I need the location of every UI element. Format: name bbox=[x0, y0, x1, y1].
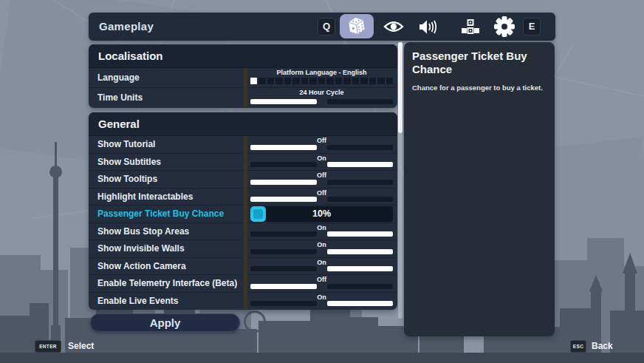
settings-row[interactable]: LanguagePlatform Language - English bbox=[89, 68, 397, 87]
settings-row[interactable]: Show TutorialOff bbox=[89, 136, 397, 153]
setting-control: On bbox=[250, 293, 393, 310]
setting-value: Off bbox=[250, 276, 393, 283]
tab-gameplay[interactable] bbox=[340, 14, 374, 38]
setting-control: On bbox=[250, 223, 393, 240]
toggle-left-option[interactable] bbox=[250, 301, 317, 306]
toggle-right-option[interactable] bbox=[327, 162, 393, 167]
settings-row[interactable]: Show Invisible WallsOn bbox=[89, 240, 397, 257]
section-title: Localisation bbox=[89, 44, 397, 68]
segment[interactable] bbox=[343, 78, 350, 84]
settings-row[interactable]: Show TooltipsOff bbox=[89, 170, 397, 188]
settings-row[interactable]: Enable Live EventsOn bbox=[89, 292, 397, 310]
tab-interface[interactable] bbox=[458, 18, 483, 35]
toggle-left-option[interactable] bbox=[250, 231, 317, 237]
segment[interactable] bbox=[386, 78, 393, 84]
setting-value: Off bbox=[250, 189, 393, 197]
setting-value: Off bbox=[250, 137, 393, 144]
detail-panel: Passenger Ticket Buy Chance Chance for a… bbox=[404, 42, 555, 336]
eye-icon bbox=[383, 20, 404, 33]
building-silhouette bbox=[349, 317, 378, 353]
setting-label: Show Action Camera bbox=[97, 258, 186, 275]
setting-control: On bbox=[250, 154, 393, 171]
section-title: General bbox=[89, 112, 397, 136]
toggle-left-option[interactable] bbox=[250, 145, 317, 150]
segment[interactable] bbox=[369, 78, 376, 84]
toggle-right-option[interactable] bbox=[327, 301, 393, 306]
settings-row[interactable]: Highlight InteractablesOff bbox=[89, 188, 397, 206]
setting-control: Off bbox=[250, 136, 393, 153]
slider-handle-inner bbox=[253, 209, 263, 219]
segment[interactable] bbox=[318, 78, 325, 84]
segment[interactable] bbox=[258, 78, 265, 84]
setting-label: Show Subtitles bbox=[97, 154, 161, 171]
setting-label: Passenger Ticket Buy Chance bbox=[97, 206, 224, 223]
slider-value: 10% bbox=[250, 206, 393, 222]
settings-row[interactable]: Show SubtitlesOn bbox=[89, 153, 397, 171]
settings-row[interactable]: Time Units24 Hour Cycle bbox=[89, 87, 397, 107]
dice-icon bbox=[347, 16, 366, 36]
setting-value: On bbox=[250, 155, 393, 162]
setting-label: Time Units bbox=[97, 88, 143, 107]
segment[interactable] bbox=[377, 78, 384, 84]
scrollbar-thumb[interactable] bbox=[398, 42, 402, 133]
segment[interactable] bbox=[301, 78, 308, 84]
toggle-left-option[interactable] bbox=[250, 162, 317, 167]
detail-description: Chance for a passenger to buy a ticket. bbox=[412, 83, 547, 92]
segment-track[interactable] bbox=[250, 78, 393, 84]
tab-audio[interactable] bbox=[416, 18, 441, 35]
setting-value: On bbox=[250, 259, 393, 266]
segment[interactable] bbox=[284, 78, 291, 84]
segment[interactable] bbox=[250, 78, 257, 84]
next-tab-key-badge[interactable]: E bbox=[523, 18, 541, 35]
setting-value: On bbox=[250, 224, 393, 231]
prev-tab-key-badge[interactable]: Q bbox=[318, 18, 335, 35]
settings-scrollbar[interactable] bbox=[398, 42, 402, 319]
setting-control: Off bbox=[250, 275, 393, 292]
blocks-icon bbox=[461, 19, 480, 35]
toggle-right-option[interactable] bbox=[327, 197, 393, 202]
segment[interactable] bbox=[360, 78, 367, 84]
setting-label: Highlight Interactables bbox=[97, 189, 193, 206]
segment[interactable] bbox=[352, 78, 359, 84]
toggle-left-option[interactable] bbox=[250, 197, 317, 202]
tab-visibility[interactable] bbox=[381, 18, 406, 35]
settings-row[interactable]: Passenger Ticket Buy Chance10% bbox=[89, 205, 397, 223]
tab-system[interactable] bbox=[492, 18, 517, 35]
gear-icon bbox=[494, 16, 515, 37]
setting-control: Platform Language - English bbox=[250, 68, 393, 87]
toggle-right-option[interactable] bbox=[327, 231, 393, 237]
setting-control: 24 Hour Cycle bbox=[250, 88, 393, 107]
back-hint-label: Back bbox=[592, 340, 613, 353]
segment[interactable] bbox=[335, 78, 342, 84]
setting-value: Off bbox=[250, 172, 393, 179]
toggle-left-option[interactable] bbox=[250, 249, 317, 254]
setting-label: Language bbox=[97, 68, 140, 87]
setting-label: Show Tutorial bbox=[97, 136, 155, 153]
settings-row[interactable]: Enable Telemetry Interface (Beta)Off bbox=[89, 274, 397, 292]
segment[interactable] bbox=[309, 78, 316, 84]
footer-strip bbox=[0, 353, 644, 363]
segment[interactable] bbox=[275, 78, 282, 84]
setting-label: Show Tooltips bbox=[97, 171, 157, 188]
section-localisation: Localisation LanguagePlatform Language -… bbox=[89, 44, 397, 108]
detail-title: Passenger Ticket Buy Chance bbox=[412, 50, 547, 76]
segment[interactable] bbox=[292, 78, 299, 84]
segment[interactable] bbox=[267, 78, 274, 84]
segment[interactable] bbox=[326, 78, 333, 84]
toggle-right-option[interactable] bbox=[327, 145, 393, 150]
toggle-left-option[interactable] bbox=[250, 180, 317, 185]
toggle-left-option[interactable] bbox=[250, 266, 317, 271]
slider-handle[interactable] bbox=[250, 206, 266, 222]
settings-row[interactable]: Show Bus Stop AreasOn bbox=[89, 223, 397, 240]
apply-button[interactable]: Apply bbox=[90, 313, 240, 332]
toggle-right-option[interactable] bbox=[327, 249, 393, 254]
toggle-right-option[interactable] bbox=[327, 99, 393, 104]
setting-label: Show Invisible Walls bbox=[97, 240, 185, 257]
toggle-right-option[interactable] bbox=[327, 284, 393, 289]
toggle-right-option[interactable] bbox=[327, 180, 393, 185]
toggle-left-option[interactable] bbox=[250, 284, 317, 289]
toggle-left-option[interactable] bbox=[250, 99, 317, 104]
toggle-right-option[interactable] bbox=[327, 266, 393, 271]
setting-control: On bbox=[250, 240, 393, 257]
settings-row[interactable]: Show Action CameraOn bbox=[89, 257, 397, 275]
